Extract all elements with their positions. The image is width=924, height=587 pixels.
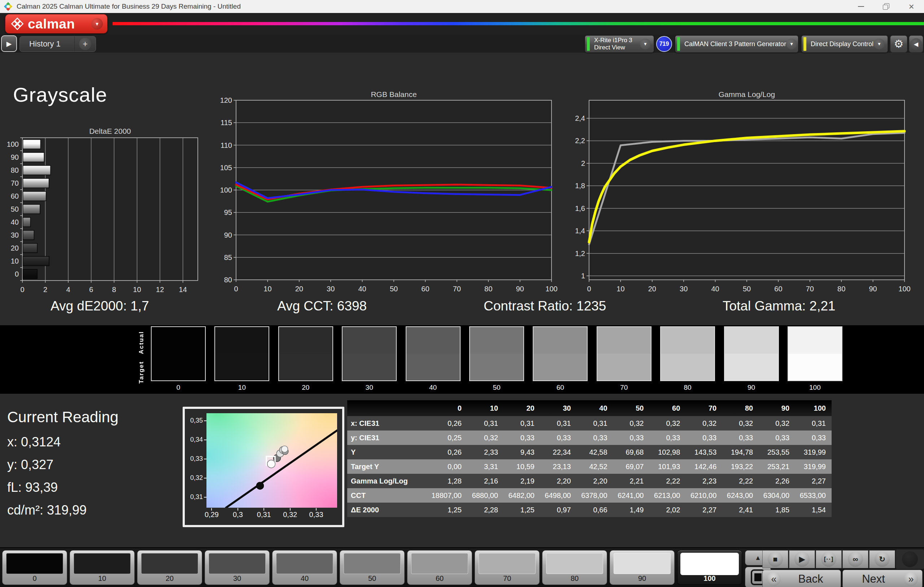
cie-chromaticity-chart: 0,350,340,330,320,310,290,30,310,320,33 (183, 407, 344, 527)
svg-text:8: 8 (112, 286, 116, 294)
disabled-meter-button[interactable] (896, 549, 924, 569)
refresh-button[interactable]: ↻ (869, 550, 895, 568)
swatch-patch (151, 326, 206, 381)
pattern-level-patch (74, 553, 131, 574)
table-cell: 6880,00 (467, 492, 504, 500)
swatch-list: 0102030405060708090100 (151, 326, 842, 391)
table-row-label: Gamma Log/Log (347, 477, 431, 485)
table-cell: 2,33 (467, 448, 504, 457)
stop-button[interactable]: ■ (762, 550, 788, 568)
svg-text:40: 40 (358, 285, 366, 293)
table-cell: 1,25 (504, 506, 540, 514)
swatch-level-label: 0 (151, 384, 206, 391)
pattern-level-patch (614, 553, 671, 574)
pattern-level-button[interactable]: 90 (610, 550, 675, 585)
next-button[interactable]: Next » (842, 570, 922, 587)
collapse-panel-button[interactable]: ◀ (909, 35, 923, 53)
up-arrow-icon: ▲ (755, 554, 761, 562)
svg-text:80: 80 (837, 285, 845, 293)
add-tab-button[interactable]: + (74, 36, 96, 51)
svg-text:100: 100 (7, 140, 19, 148)
svg-text:115: 115 (221, 118, 232, 127)
grayscale-swatch: 10 (214, 326, 269, 391)
close-button[interactable]: × (899, 0, 924, 13)
grayscale-swatch: 60 (533, 326, 587, 391)
refresh-icon: ↻ (879, 555, 885, 564)
pattern-level-button[interactable]: 50 (340, 550, 404, 585)
table-cell: 2,41 (722, 506, 759, 514)
pattern-level-button[interactable]: 10 (70, 550, 135, 585)
table-cell: 1,25 (431, 506, 467, 514)
table-cell: 1,49 (613, 506, 650, 514)
restore-button[interactable] (873, 0, 899, 13)
meter-status-stripe (587, 37, 590, 51)
pattern-level-button[interactable]: 40 (272, 550, 337, 585)
svg-text:10: 10 (264, 285, 271, 293)
pattern-level-label: 20 (137, 574, 202, 583)
pattern-level-button[interactable]: 20 (137, 550, 202, 585)
table-column-header: 60 (649, 404, 686, 413)
pattern-level-button[interactable]: 60 (407, 550, 472, 585)
pattern-level-patch (6, 553, 63, 574)
window-titlebar: Calman 2025 Calman Ultimate for Business… (0, 0, 924, 13)
svg-text:80: 80 (484, 285, 492, 293)
table-cell: 0,33 (759, 434, 795, 442)
swatch-actual-half (343, 327, 396, 354)
swatch-target-half (533, 354, 587, 380)
contrast-ratio-value: Contrast Ratio: 1235 (483, 299, 606, 314)
tab-history-1[interactable]: History 1 + (20, 36, 96, 52)
table-cell: 2,23 (686, 477, 722, 485)
pattern-size-button[interactable]: [··] (816, 550, 842, 568)
svg-text:95: 95 (224, 209, 232, 216)
tab-scroll-button[interactable]: ▶ (1, 35, 17, 52)
svg-text:1: 1 (581, 272, 585, 280)
chevron-down-icon: ▼ (95, 21, 100, 27)
continuous-read-button[interactable]: ∞ (842, 550, 868, 568)
table-cell: 6241,00 (613, 492, 650, 500)
table-cell: 0,32 (649, 419, 686, 428)
pattern-level-button[interactable]: 0 (2, 550, 67, 585)
swatch-actual-half (406, 327, 460, 354)
swatch-target-half (215, 354, 269, 380)
cie-x-tick (316, 508, 317, 511)
table-column-header: 40 (577, 404, 613, 413)
calman-menu-button[interactable]: calman ▼ (5, 14, 107, 33)
svg-text:0: 0 (20, 286, 24, 294)
table-cell: 0,66 (577, 506, 613, 514)
pattern-level-button[interactable]: 30 (205, 550, 270, 585)
table-cell: 0,33 (504, 434, 540, 442)
table-cell: 0,31 (795, 419, 832, 428)
back-button[interactable]: « Back (762, 570, 841, 587)
settings-button[interactable]: ⚙ (890, 35, 908, 53)
swatch-actual-half (533, 327, 587, 354)
table-row-label: Target Y (347, 463, 431, 471)
pattern-level-button[interactable]: 100 (677, 550, 742, 585)
meter-selector-button[interactable]: X-Rite i1Pro 3 Direct View ▼ (585, 35, 654, 53)
pattern-generator-selector-button[interactable]: CalMAN Client 3 Pattern Generator ▼ (675, 35, 799, 53)
cie-points-overlay (206, 413, 337, 508)
play-button[interactable]: ▶ (789, 550, 815, 568)
cie-x-tick-label: 0,3 (233, 511, 243, 519)
table-cell: 253,21 (759, 463, 795, 471)
pattern-level-button[interactable]: 80 (542, 550, 607, 585)
cie-x-tick (290, 508, 290, 511)
table-cell: 0,33 (795, 434, 832, 442)
grayscale-swatch: 40 (406, 326, 460, 391)
table-row: ΔE 20001,252,281,250,970,661,492,022,272… (347, 503, 832, 517)
table-cell: 23,13 (540, 463, 577, 471)
table-row-label: ΔE 2000 (347, 506, 431, 514)
table-cell: 2,02 (649, 506, 686, 514)
display-control-selector-button[interactable]: Direct Display Control ▼ (801, 35, 888, 53)
swatch-actual-half (215, 327, 269, 354)
pattern-level-button[interactable]: 70 (475, 550, 540, 585)
table-cell: 253,55 (759, 448, 795, 457)
svg-text:30: 30 (327, 285, 335, 293)
svg-text:50: 50 (743, 285, 751, 293)
minimize-button[interactable] (848, 0, 873, 13)
table-cell: 0,33 (540, 434, 577, 442)
stop-icon: ■ (773, 555, 778, 564)
table-column-header: 10 (467, 404, 504, 413)
svg-text:80: 80 (11, 166, 19, 174)
table-cell: 0,32 (686, 419, 722, 428)
swatch-patch (278, 326, 333, 381)
